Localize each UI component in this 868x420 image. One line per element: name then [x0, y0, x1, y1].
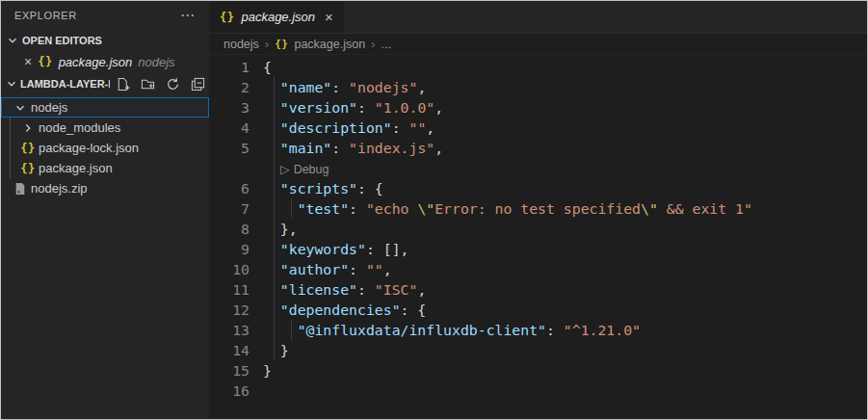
line-number: 15 [209, 360, 250, 381]
workspace-label: LAMBDA-LAYER-IN... [20, 78, 110, 90]
tree-indent-guide [10, 118, 11, 178]
codelens-row: ▷Debug [209, 158, 867, 178]
line-content: "scripts": { [263, 178, 383, 198]
line-content: { [263, 57, 272, 77]
tree-item-label: nodejs.zip [31, 181, 88, 196]
code-line[interactable]: 7 "test": "echo \"Error: no test specifi… [209, 198, 867, 219]
code-line[interactable]: 3 "version": "1.0.0", [209, 97, 867, 118]
code-line[interactable]: 1{ [209, 57, 867, 77]
line-number: 1 [209, 57, 250, 77]
tree-item-label: package.json [39, 161, 113, 175]
editor-area: {} package.json × nodejs › {} package.js… [209, 1, 867, 419]
codelens-debug-link[interactable]: ▷Debug [280, 160, 329, 180]
json-icon: {} [220, 11, 234, 24]
chevron-right-icon: › [371, 37, 375, 51]
code-line[interactable]: 4 "description": "", [209, 118, 867, 138]
code-line[interactable]: 8 }, [209, 219, 867, 239]
breadcrumb-file[interactable]: package.json [294, 38, 365, 51]
workspace-header[interactable]: LAMBDA-LAYER-IN... [1, 72, 209, 95]
tree-item-label: nodejs [31, 100, 67, 115]
collapse-all-icon[interactable] [191, 77, 205, 92]
debug-run-icon: ▷ [280, 160, 290, 180]
line-number: 3 [209, 97, 250, 118]
explorer-title: EXPLORER [14, 10, 77, 21]
open-editors-header[interactable]: OPEN EDITORS [1, 30, 209, 51]
file-tree: nodejsnode_modules{}package-lock.json{}p… [1, 95, 209, 198]
tab-close-icon[interactable]: × [325, 9, 333, 25]
indent-guide [274, 97, 275, 118]
chevron-down-icon [5, 34, 20, 47]
tab-label: package.json [241, 10, 315, 24]
tab-bar: {} package.json × [209, 1, 867, 34]
line-content: "version": "1.0.0", [263, 97, 443, 118]
open-editor-folder: nodejs [138, 55, 174, 69]
json-icon: {} [275, 38, 288, 50]
code-line[interactable]: 13 "@influxdata/influxdb-client": "^1.21… [209, 320, 867, 340]
line-content: "dependencies": { [263, 300, 426, 320]
indent-guide [291, 320, 292, 340]
line-number [209, 158, 250, 178]
line-number: 10 [209, 259, 250, 279]
line-content: "@influxdata/influxdb-client": "^1.21.0" [263, 320, 641, 340]
breadcrumb-folder[interactable]: nodejs [224, 38, 259, 51]
json-icon: {} [38, 55, 52, 68]
tree-item-label: node_modules [39, 120, 120, 135]
chevron-right-icon [20, 121, 36, 135]
close-icon[interactable]: × [24, 55, 32, 68]
indent-guide [291, 198, 292, 219]
new-folder-icon[interactable] [141, 77, 155, 92]
more-actions-icon[interactable]: ⋯ [180, 7, 196, 24]
tree-item-package-json[interactable]: {}package.json [1, 158, 209, 178]
code-line[interactable]: 12 "dependencies": { [209, 300, 867, 320]
indent-guide [274, 219, 275, 239]
line-number: 12 [209, 300, 250, 320]
code-line[interactable]: 15} [209, 360, 867, 381]
code-line[interactable]: 14 } [209, 340, 867, 360]
refresh-icon[interactable] [166, 77, 180, 92]
tree-item-package-lock-json[interactable]: {}package-lock.json [1, 138, 209, 158]
indent-guide [274, 340, 275, 360]
line-number: 4 [209, 118, 250, 138]
breadcrumb: nodejs › {} package.json › ... [209, 34, 867, 55]
code-line[interactable]: 16 [209, 381, 867, 401]
tree-item-nodejs-zip[interactable]: nodejs.zip [1, 178, 209, 198]
indent-guide [274, 320, 275, 340]
line-content: "description": "", [263, 118, 434, 138]
line-number: 8 [209, 219, 250, 239]
line-content: "name": "nodejs", [263, 77, 426, 97]
indent-guide [274, 239, 275, 259]
chevron-right-icon: › [265, 37, 269, 51]
indent-guide [274, 279, 275, 300]
line-number: 16 [209, 381, 250, 401]
line-number: 13 [209, 320, 250, 340]
tab-package-json[interactable]: {} package.json × [209, 1, 344, 33]
workspace-actions [116, 77, 205, 92]
code-line[interactable]: 5 "main": "index.js", [209, 138, 867, 158]
line-number: 14 [209, 340, 250, 360]
new-file-icon[interactable] [116, 77, 130, 92]
code-line[interactable]: 11 "license": "ISC", [209, 279, 867, 300]
line-number: 2 [209, 77, 250, 97]
line-content: "test": "echo \"Error: no test specified… [263, 198, 752, 219]
line-content: }, [263, 219, 298, 239]
breadcrumb-symbol[interactable]: ... [381, 38, 390, 51]
indent-guide [274, 158, 275, 178]
code-line[interactable]: 2 "name": "nodejs", [209, 77, 867, 97]
indent-guide [274, 118, 275, 138]
tree-item-nodejs[interactable]: nodejs [1, 97, 209, 118]
line-content: } [263, 360, 272, 381]
open-editor-filename: package.json [59, 55, 133, 69]
open-editor-item[interactable]: × {} package.json nodejs [1, 51, 209, 72]
tree-item-node-modules[interactable]: node_modules [1, 118, 209, 138]
code-area[interactable]: 1{2 "name": "nodejs",3 "version": "1.0.0… [209, 55, 867, 419]
code-line[interactable]: 9 "keywords": [], [209, 239, 867, 259]
code-line[interactable]: 6 "scripts": { [209, 178, 867, 198]
chevron-down-icon [13, 101, 28, 115]
indent-guide [274, 259, 275, 279]
line-content: "author": "", [263, 259, 392, 279]
line-number: 6 [209, 178, 250, 198]
explorer-sidebar: EXPLORER ⋯ OPEN EDITORS × {} package.jso… [1, 1, 209, 419]
code-line[interactable]: 10 "author": "", [209, 259, 867, 279]
chevron-down-icon [5, 77, 18, 91]
line-number: 9 [209, 239, 250, 259]
